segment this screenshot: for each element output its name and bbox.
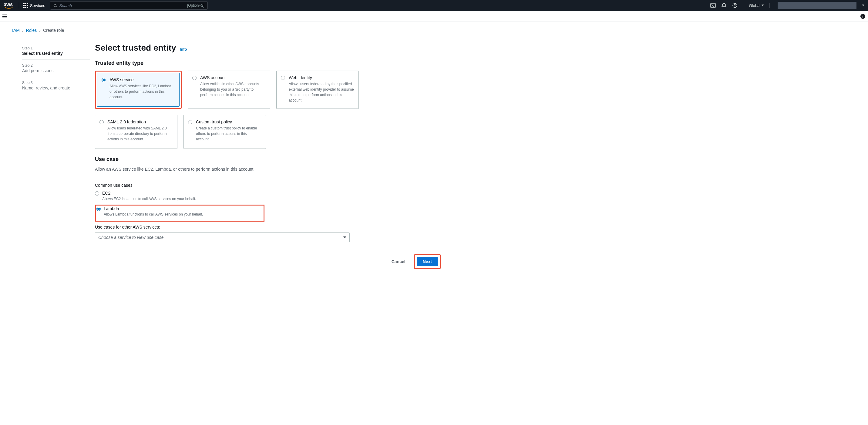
caret-down-icon	[762, 5, 764, 6]
radio-icon	[95, 191, 99, 196]
common-use-cases-label: Common use cases	[95, 183, 441, 188]
tile-desc: Allow entities in other AWS accounts bel…	[200, 81, 266, 98]
breadcrumb-roles[interactable]: Roles	[26, 28, 37, 33]
wizard-step[interactable]: Step 3 Name, review, and create	[22, 77, 90, 94]
breadcrumb-current: Create role	[43, 28, 64, 33]
step-number: Step 3	[22, 80, 90, 85]
global-search[interactable]: [Option+S]	[50, 1, 208, 10]
info-link[interactable]: Info	[180, 47, 187, 52]
trusted-entity-tiles: AWS service Allow AWS services like EC2,…	[95, 71, 362, 149]
service-select-placeholder: Choose a service to view use case	[98, 235, 164, 240]
radio-icon	[96, 207, 101, 211]
notifications-icon[interactable]	[721, 3, 727, 8]
use-case-desc: Allows Lambda functions to call AWS serv…	[104, 212, 203, 217]
svg-point-0	[54, 4, 56, 6]
info-panel-icon[interactable]	[860, 14, 866, 19]
svg-point-5	[735, 6, 736, 7]
radio-icon	[99, 120, 104, 124]
radio-icon	[188, 120, 192, 124]
step-title: Name, review, and create	[22, 86, 90, 90]
svg-rect-7	[863, 16, 863, 18]
cloudshell-icon[interactable]	[710, 3, 716, 8]
use-case-desc: Allows EC2 instances to call AWS service…	[102, 197, 441, 201]
caret-down-icon	[343, 236, 346, 238]
grid-icon	[23, 3, 28, 8]
use-case-option[interactable]: Lambda	[96, 206, 203, 211]
svg-rect-2	[711, 3, 715, 8]
global-header: aws Services [Option+S] Global	[0, 0, 868, 11]
entity-type-tile[interactable]: AWS service Allow AWS services like EC2,…	[97, 73, 180, 107]
caret-down-icon	[862, 5, 864, 6]
tile-title: SAML 2.0 federation	[107, 120, 173, 124]
tile-title: AWS account	[200, 75, 266, 80]
next-highlight: Next	[414, 254, 441, 269]
service-select[interactable]: Choose a service to view use case	[95, 232, 350, 242]
search-input[interactable]	[59, 3, 187, 8]
step-number: Step 2	[22, 63, 90, 68]
entity-type-tile[interactable]: Custom trust policy Create a custom trus…	[184, 115, 266, 149]
svg-point-8	[863, 14, 863, 15]
radio-icon	[102, 78, 106, 82]
use-case-option[interactable]: EC2	[95, 191, 441, 196]
next-button[interactable]: Next	[417, 257, 438, 266]
entity-type-tile[interactable]: Web identity Allows users federated by t…	[276, 71, 359, 109]
tile-title: Web identity	[289, 75, 354, 80]
step-title: Add permissions	[22, 68, 90, 73]
search-shortcut: [Option+S]	[187, 3, 205, 8]
breadcrumb: IAM › Roles › Create role	[0, 22, 868, 33]
tile-title: Custom trust policy	[196, 120, 261, 124]
tile-title: AWS service	[110, 77, 175, 82]
side-nav-toggle[interactable]	[2, 14, 7, 18]
use-case-title: EC2	[102, 191, 111, 196]
wizard-steps: Step 1 Select trusted entityStep 2 Add p…	[10, 40, 95, 275]
services-menu-button[interactable]: Services	[23, 3, 45, 8]
account-menu[interactable]	[778, 2, 857, 9]
other-services-label: Use cases for other AWS services:	[95, 225, 441, 229]
entity-type-tile[interactable]: AWS account Allow entities in other AWS …	[188, 71, 270, 109]
chevron-right-icon: ›	[22, 28, 24, 33]
breadcrumb-iam[interactable]: IAM	[12, 28, 20, 33]
entity-type-heading: Trusted entity type	[95, 60, 441, 66]
region-selector[interactable]: Global	[749, 3, 764, 8]
search-icon	[53, 3, 57, 8]
step-number: Step 1	[22, 46, 90, 50]
region-label: Global	[749, 3, 760, 8]
svg-line-1	[56, 6, 57, 7]
entity-type-tile[interactable]: SAML 2.0 federation Allow users federate…	[95, 115, 178, 149]
tile-desc: Allows users federated by the specified …	[289, 81, 354, 103]
tile-desc: Create a custom trust policy to enable o…	[196, 126, 261, 142]
highlight-annotation: LambdaAllows Lambda functions to call AW…	[95, 205, 265, 222]
use-case-desc: Allow an AWS service like EC2, Lambda, o…	[95, 167, 441, 171]
cancel-button[interactable]: Cancel	[387, 257, 410, 266]
chevron-right-icon: ›	[39, 28, 41, 33]
aws-logo[interactable]: aws	[4, 2, 14, 9]
highlight-annotation: AWS service Allow AWS services like EC2,…	[95, 71, 182, 109]
radio-icon	[192, 76, 196, 80]
radio-icon	[281, 76, 285, 80]
use-case-title: Lambda	[104, 206, 119, 211]
services-label: Services	[30, 3, 45, 8]
tile-desc: Allow users federated with SAML 2.0 from…	[107, 126, 173, 142]
wizard-step[interactable]: Step 2 Add permissions	[22, 60, 90, 77]
help-icon[interactable]	[732, 3, 738, 8]
sub-header	[0, 11, 868, 22]
use-case-heading: Use case	[95, 156, 441, 162]
step-title: Select trusted entity	[22, 51, 90, 56]
tile-desc: Allow AWS services like EC2, Lambda, or …	[110, 84, 175, 100]
wizard-step[interactable]: Step 1 Select trusted entity	[22, 46, 90, 60]
page-title: Select trusted entity	[95, 43, 176, 53]
